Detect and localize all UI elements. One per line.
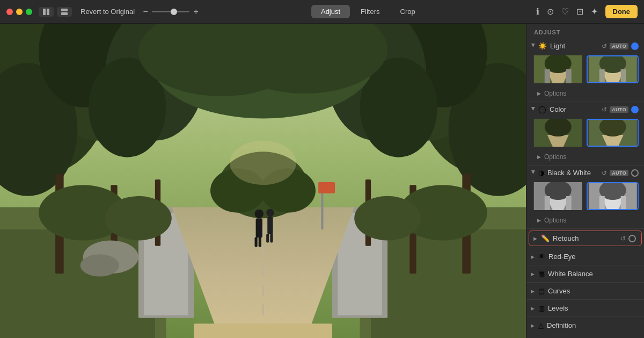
svg-rect-82 bbox=[620, 196, 626, 210]
bw-thumb-1[interactable] bbox=[532, 182, 584, 210]
close-button[interactable] bbox=[6, 9, 13, 15]
bw-thumbnails bbox=[526, 180, 644, 214]
bw-auto-badge[interactable]: AUTO bbox=[610, 170, 628, 176]
svg-point-39 bbox=[354, 196, 421, 241]
svg-rect-65 bbox=[599, 69, 604, 83]
svg-point-52 bbox=[80, 254, 119, 276]
whitebalance-header[interactable]: ▶ ▦ White Balance bbox=[526, 265, 644, 282]
svg-rect-21 bbox=[0, 229, 155, 338]
svg-marker-71 bbox=[602, 135, 623, 147]
title-bar-right: ℹ ⊙ ♡ ⊡ ✦ Done bbox=[536, 5, 638, 18]
redeye-chevron: ▶ bbox=[531, 254, 536, 260]
light-label: Light bbox=[550, 42, 599, 50]
svg-rect-0 bbox=[43, 9, 46, 15]
bw-reset-icon[interactable]: ↺ bbox=[602, 169, 607, 177]
bw-icon: ◑ bbox=[538, 169, 544, 177]
slideshow-icon[interactable]: ⊡ bbox=[576, 6, 583, 17]
retouch-chevron: ▶ bbox=[533, 236, 539, 241]
light-header[interactable]: ▶ ☀️ Light ↺ AUTO bbox=[526, 39, 644, 53]
light-auto-badge[interactable]: AUTO bbox=[610, 43, 628, 49]
whitebalance-label: White Balance bbox=[548, 270, 639, 278]
done-button[interactable]: Done bbox=[605, 5, 638, 18]
color-toggle[interactable] bbox=[631, 106, 639, 113]
section-color: ▶ ◯ Color ↺ AUTO bbox=[526, 102, 644, 166]
light-options-label: Options bbox=[544, 90, 566, 97]
tab-adjust[interactable]: Adjust bbox=[311, 5, 350, 18]
window-controls bbox=[39, 7, 72, 17]
svg-rect-61 bbox=[566, 69, 572, 83]
redeye-header[interactable]: ▶ 👁 Red-Eye bbox=[526, 248, 644, 265]
section-redeye: ▶ 👁 Red-Eye bbox=[526, 248, 644, 265]
zoom-minus-button[interactable]: − bbox=[141, 7, 150, 17]
definition-icon: △ bbox=[538, 321, 544, 329]
retouch-label: Retouch bbox=[553, 234, 618, 242]
svg-marker-79 bbox=[602, 198, 623, 210]
tile-right-button[interactable] bbox=[57, 7, 72, 17]
definition-header[interactable]: ▶ △ Definition bbox=[526, 317, 644, 334]
tile-left-button[interactable] bbox=[39, 7, 54, 17]
whitebalance-chevron: ▶ bbox=[531, 271, 536, 277]
selectivecolor-header[interactable]: ▶ ❋ Selective Color bbox=[526, 334, 644, 338]
zoom-slider[interactable] bbox=[152, 11, 189, 12]
svg-rect-62 bbox=[588, 55, 636, 83]
color-auto-badge[interactable]: AUTO bbox=[610, 106, 628, 113]
minimize-button[interactable] bbox=[16, 9, 23, 15]
retouch-toggle[interactable] bbox=[628, 235, 636, 242]
svg-point-80 bbox=[599, 182, 626, 200]
light-thumb-2[interactable] bbox=[587, 55, 639, 83]
light-icon: ☀️ bbox=[538, 42, 547, 50]
light-toggle[interactable] bbox=[631, 42, 639, 50]
levels-icon: ▥ bbox=[538, 304, 545, 312]
zoom-thumb[interactable] bbox=[171, 9, 177, 15]
redeye-label: Red-Eye bbox=[548, 253, 639, 261]
section-retouch: ▶ ✏️ Retouch ↺ bbox=[526, 229, 644, 248]
curves-header[interactable]: ▶ ▤ Curves bbox=[526, 283, 644, 299]
definition-chevron: ▶ bbox=[531, 323, 536, 328]
light-thumbnails bbox=[526, 53, 644, 88]
svg-rect-76 bbox=[545, 196, 550, 210]
color-reset-icon[interactable]: ↺ bbox=[602, 106, 607, 113]
retouch-header[interactable]: ▶ ✏️ Retouch ↺ bbox=[529, 231, 642, 246]
svg-point-47 bbox=[266, 209, 274, 217]
panel-title: ADJUST bbox=[526, 24, 644, 39]
photo-area bbox=[0, 24, 526, 338]
maximize-button[interactable] bbox=[26, 9, 32, 15]
svg-rect-77 bbox=[566, 196, 572, 210]
tab-crop[interactable]: Crop bbox=[391, 5, 425, 18]
light-options[interactable]: ▶ Options bbox=[526, 88, 644, 102]
svg-rect-60 bbox=[545, 69, 550, 83]
color-label: Color bbox=[550, 105, 599, 113]
light-chevron: ▶ bbox=[531, 44, 536, 49]
bw-options[interactable]: ▶ Options bbox=[526, 214, 644, 228]
levels-label: Levels bbox=[548, 304, 639, 312]
color-thumb-1[interactable] bbox=[532, 119, 584, 147]
traffic-lights bbox=[6, 9, 32, 15]
retouch-reset-icon[interactable]: ↺ bbox=[620, 235, 626, 242]
svg-rect-56 bbox=[194, 323, 332, 338]
zoom-plus-button[interactable]: + bbox=[192, 7, 200, 17]
tab-filters[interactable]: Filters bbox=[351, 5, 389, 18]
color-thumb-2[interactable] bbox=[587, 119, 639, 147]
definition-label: Definition bbox=[547, 321, 639, 329]
bw-thumb-2[interactable] bbox=[587, 182, 639, 210]
levels-header[interactable]: ▶ ▥ Levels bbox=[526, 300, 644, 317]
color-options[interactable]: ▶ Options bbox=[526, 151, 644, 165]
section-definition: ▶ △ Definition bbox=[526, 317, 644, 334]
svg-rect-70 bbox=[588, 119, 636, 147]
color-header[interactable]: ▶ ◯ Color ↺ AUTO bbox=[526, 102, 644, 117]
color-options-label: Options bbox=[544, 153, 566, 161]
info-icon[interactable]: ℹ bbox=[536, 6, 539, 17]
bw-toggle[interactable] bbox=[631, 169, 639, 177]
bw-header[interactable]: ▶ ◑ Black & White ↺ AUTO bbox=[526, 166, 644, 180]
levels-chevron: ▶ bbox=[531, 306, 536, 311]
svg-point-72 bbox=[599, 119, 626, 136]
revert-to-original-button[interactable]: Revert to Original bbox=[80, 8, 135, 16]
svg-marker-63 bbox=[602, 71, 623, 83]
share-icon[interactable]: ⊙ bbox=[547, 6, 554, 17]
svg-rect-2 bbox=[61, 9, 68, 11]
heart-icon[interactable]: ♡ bbox=[561, 6, 569, 17]
light-thumb-1[interactable] bbox=[532, 55, 584, 83]
magic-wand-icon[interactable]: ✦ bbox=[591, 6, 598, 17]
light-reset-icon[interactable]: ↺ bbox=[602, 42, 607, 50]
light-controls: ↺ AUTO bbox=[602, 42, 639, 50]
